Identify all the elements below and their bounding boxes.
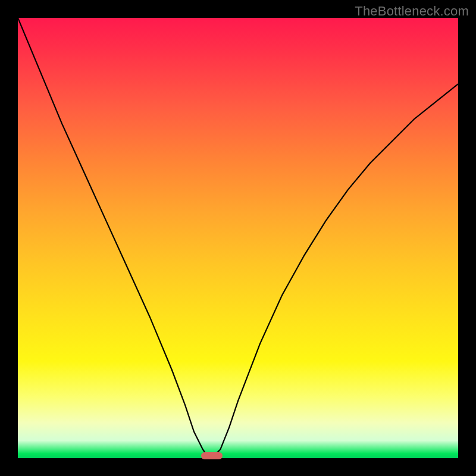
bottleneck-curve	[18, 18, 458, 458]
curve-svg	[18, 18, 458, 458]
watermark-text: TheBottleneck.com	[355, 4, 469, 19]
minimum-marker	[201, 452, 223, 459]
chart-plot-area	[18, 18, 458, 458]
